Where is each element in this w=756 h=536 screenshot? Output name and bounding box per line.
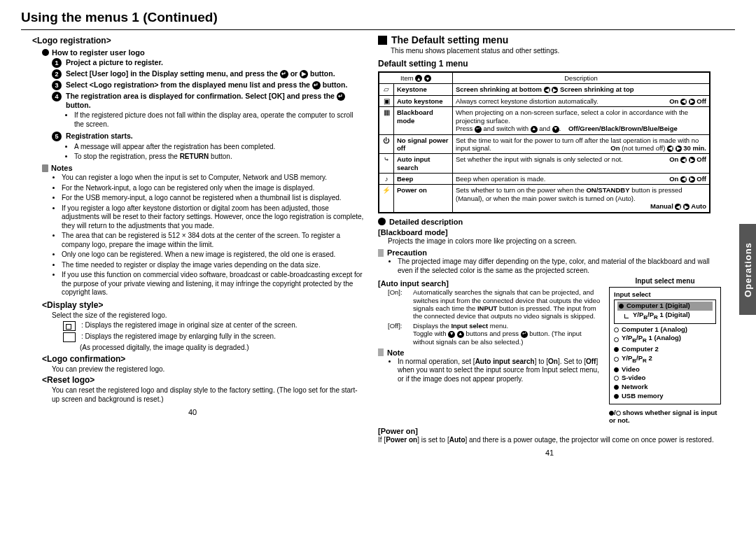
ais-list: [On]:Automatically searches the signals …	[388, 288, 602, 346]
disp-opt2-text: : Displays the registered image by enlar…	[81, 332, 276, 341]
radio-fill-icon	[614, 394, 619, 399]
item-poweron: Power on	[394, 185, 453, 213]
step5-notes: A message will appear after the registra…	[64, 143, 364, 161]
inp-hdr: Input select	[614, 290, 716, 298]
note-text: In normal operation, set [Auto input sea…	[398, 358, 602, 384]
side-tab: Operations	[739, 224, 756, 315]
prec-text: The projected image may differ depending…	[398, 258, 721, 275]
radio-fill-icon	[614, 385, 619, 390]
page-num-right: 41	[378, 449, 721, 457]
item-blackboard: Blackboard mode	[394, 107, 453, 134]
inp-row-3: Y/PB/PR 1 (Analog)	[614, 334, 716, 345]
page-title: Using the menus 1 (Continued)	[0, 0, 756, 29]
note-3: If you register a logo after keystone di…	[62, 204, 364, 231]
step-4-text: The registration area is displayed for c…	[66, 92, 364, 110]
radio-icon	[614, 376, 619, 381]
step-2: 2Select [User logo] in the Display setti…	[52, 69, 364, 79]
desc-beep: Beep when operation is made.On ◀ ▶ Off	[453, 174, 710, 185]
inp-lbl-2: Computer 1 (Analog)	[622, 325, 687, 334]
ais-h: [Auto input search]	[378, 279, 602, 288]
columns: <Logo registration> How to register user…	[0, 34, 756, 457]
note-2: For the USB memory-input, a logo cannot …	[62, 194, 364, 203]
inp-row-0: Computer 1 (Digital)	[617, 302, 713, 311]
row-blackboard: ▦Blackboard modeWhen projecting on a non…	[379, 107, 710, 134]
step-num-4: 4	[52, 92, 62, 101]
inp-lbl-3: Y/PB/PR 1 (Analog)	[622, 334, 681, 345]
desc-autokeystone: Always correct keystone distortion autom…	[453, 95, 710, 106]
inp-row-4: Computer 2	[614, 345, 716, 354]
note-h-text: Note	[387, 348, 404, 357]
step-3: 3Select <Logo registration> from the dis…	[52, 80, 364, 90]
h-disp-style: <Display style>	[42, 300, 364, 310]
note-1: For the Network-input, a logo can be reg…	[62, 184, 364, 193]
inp-lbl-6: Video	[622, 365, 640, 374]
inp-lbl-0: Computer 1 (Digital)	[626, 302, 690, 311]
reset-logo-text: You can reset the registered logo and di…	[52, 386, 364, 404]
desc-keystone: Screen shrinking at bottom ◀ ▶ Screen sh…	[453, 84, 710, 95]
radio-icon	[614, 327, 619, 332]
radio-fill-icon	[614, 367, 619, 372]
ais-off-lbl: [Off]:	[388, 322, 410, 346]
prec-h-text: Precaution	[387, 248, 427, 257]
center-icon	[63, 321, 76, 331]
table-header-row: Item ▲ ▼ Description	[379, 72, 710, 84]
ais-on-lbl: [On]:	[388, 288, 410, 320]
desc-nosignal: Set the time to wait for the power to tu…	[453, 134, 710, 154]
sec-h-text: The Default setting menu	[391, 34, 508, 45]
step-1: 1Project a picture to register.	[52, 58, 364, 68]
enter-icon: ↵	[280, 70, 288, 78]
step5-note-1: To stop the registration, press the RETU…	[74, 153, 364, 162]
step-3-text: Select <Logo registration> from the disp…	[66, 80, 347, 90]
bb-text: Projects the image in colors more like p…	[388, 237, 721, 246]
bb-h: [Blackboard mode]	[378, 228, 721, 237]
inp-lbl-1: Y/PB/PR 1 (Digital)	[633, 311, 690, 322]
step-num-3: 3	[52, 80, 62, 90]
step5-note-0: A message will appear after the registra…	[74, 143, 364, 152]
h-logo-reg: <Logo registration>	[32, 36, 364, 45]
h-reset-logo: <Reset logo>	[42, 375, 364, 385]
right-column: The Default setting menu This menu shows…	[378, 34, 721, 457]
page-num-left: 40	[21, 408, 364, 416]
detail-h-text: Detailed description	[389, 218, 463, 226]
right-inner: Input select menu Input select Computer …	[609, 277, 721, 425]
inp-lbl-5: Y/PB/PR 2	[622, 354, 652, 365]
row-icon: ▣	[379, 95, 394, 106]
radio-icon	[614, 337, 619, 342]
po-text: If [Power on] is set to [Auto] and there…	[378, 436, 721, 445]
step-1-text: Project a picture to register.	[66, 58, 163, 67]
note-7: If you use this function on commercial v…	[62, 271, 364, 297]
sec-sub: This menu shows placement status and oth…	[391, 47, 721, 55]
disp-opt-2: : Displays the registered image by enlar…	[63, 332, 364, 342]
h-how-to: How to register user logo	[42, 48, 364, 57]
item-autoinput: Auto input search	[394, 154, 453, 174]
note-list: In normal operation, set [Auto input sea…	[388, 358, 602, 384]
ais-off: [Off]:Displays the Input select menu.Tog…	[388, 322, 602, 346]
note-6: The time needed to register or display t…	[62, 261, 364, 270]
step-5-text: Registration starts.	[66, 132, 133, 141]
note-h: Note	[378, 348, 602, 357]
enter-icon-3: ↵	[337, 92, 345, 101]
step4-notes: If the registered picture does not fall …	[64, 111, 364, 129]
full-icon	[63, 332, 76, 342]
inp-row-6: Video	[614, 365, 716, 374]
row-beep: ♪BeepBeep when operation is made.On ◀ ▶ …	[379, 174, 710, 185]
left-inner: [Auto input search] [On]:Automatically s…	[378, 277, 602, 386]
inp-inner-box: Computer 1 (Digital) Y/PB/PR 1 (Digital)	[614, 299, 716, 324]
side-tab-text: Operations	[743, 242, 753, 297]
row-autoinput: ⤷Auto input searchSet whether the input …	[379, 154, 710, 174]
note-icon	[378, 348, 384, 356]
row-icon: ⏻	[379, 134, 394, 154]
th-desc: Description	[453, 72, 710, 84]
step-5: 5Registration starts.	[52, 132, 364, 141]
sec-block-icon	[378, 36, 387, 45]
step-num-2: 2	[52, 69, 62, 79]
row-icon: ▦	[379, 107, 394, 134]
prec-icon	[378, 249, 384, 257]
step-num-1: 1	[52, 58, 62, 68]
step-2-text: Select [User logo] in the Display settin…	[66, 69, 335, 78]
two-col-inner: [Auto input search] [On]:Automatically s…	[378, 277, 721, 425]
input-select-box: Input select Computer 1 (Digital) Y/PB/P…	[609, 287, 721, 404]
row-autokeystone: ▣Auto keystoneAlways correct keystone di…	[379, 95, 710, 106]
detail-icon	[378, 218, 386, 225]
step-num-5: 5	[52, 132, 62, 141]
